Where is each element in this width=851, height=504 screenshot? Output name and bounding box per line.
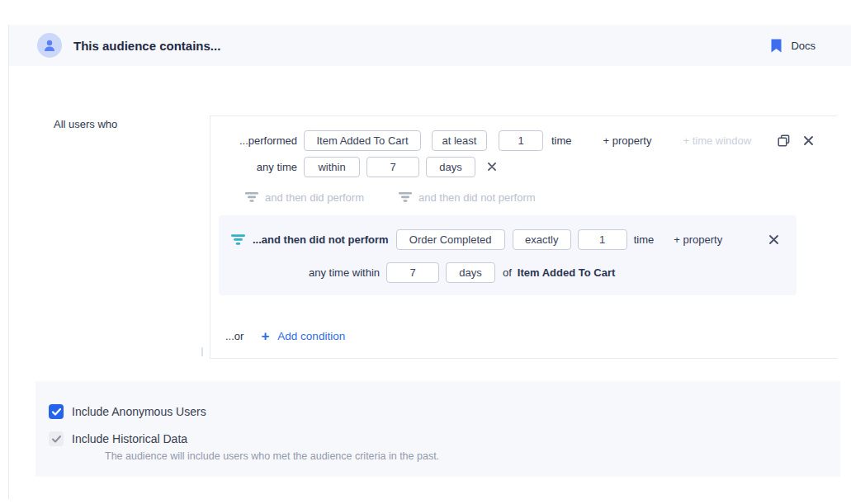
docs-link[interactable]: Docs — [771, 39, 816, 53]
window-value-input[interactable] — [366, 157, 419, 177]
anonymous-users-setting: Include Anonymous Users — [49, 404, 206, 419]
subcondition-window-unit-select[interactable]: days — [446, 262, 495, 283]
audience-avatar-icon — [37, 33, 62, 58]
subcondition-window-value-input[interactable] — [386, 262, 439, 283]
filter-icon — [399, 192, 412, 202]
or-label: ...or — [225, 330, 243, 342]
within-select[interactable]: within — [304, 157, 360, 177]
filter-icon-active — [231, 234, 245, 245]
check-icon — [52, 436, 61, 443]
anonymous-users-checkbox[interactable] — [49, 404, 64, 419]
plus-icon: + — [261, 329, 269, 343]
page-title: This audience contains... — [73, 39, 220, 53]
person-icon — [42, 38, 57, 53]
remove-condition-button[interactable] — [802, 134, 815, 147]
and-then-did-perform-option[interactable]: and then did perform — [245, 191, 364, 204]
duplicate-icon — [778, 134, 790, 147]
subcondition-label: ...and then did not perform — [253, 233, 389, 246]
anonymous-users-label: Include Anonymous Users — [72, 405, 206, 418]
time-suffix-label: time — [551, 134, 572, 147]
sequence-options-row: and then did perform and then did not pe… — [245, 186, 837, 208]
of-label: of — [503, 266, 512, 279]
condition-group-card: ...performed Item Added To Cart at least… — [210, 115, 837, 359]
of-event-label: Item Added To Cart — [518, 266, 615, 279]
remove-time-window-button[interactable] — [486, 161, 498, 172]
historical-data-setting: Include Historical Data — [49, 431, 187, 446]
panel-header: This audience contains... Docs — [9, 25, 851, 66]
check-icon — [52, 408, 61, 416]
close-icon — [769, 235, 778, 244]
duplicate-condition-button[interactable] — [776, 133, 792, 148]
all-users-who-label: All users who — [54, 118, 117, 130]
add-condition-row: ...or + Add condition — [210, 327, 345, 345]
subcondition-add-property-button[interactable]: + property — [674, 233, 722, 246]
historical-data-description: The audience will include users who met … — [105, 450, 439, 462]
remove-subcondition-button[interactable] — [768, 233, 780, 246]
any-time-within-label: any time within — [219, 266, 380, 279]
event-select[interactable]: Item Added To Cart — [304, 130, 421, 151]
connector-tick — [201, 347, 203, 356]
filter-icon — [245, 192, 258, 202]
add-condition-button[interactable]: Add condition — [277, 330, 345, 342]
subcondition-count-input[interactable] — [578, 229, 627, 250]
subcondition-window-row: any time within days of Item Added To Ca… — [219, 261, 797, 283]
any-time-label: any time — [210, 161, 297, 173]
window-unit-select[interactable]: days — [426, 157, 475, 177]
close-icon — [804, 136, 813, 145]
time-suffix-label: time — [634, 233, 655, 246]
performed-label: ...performed — [210, 134, 297, 147]
audience-builder-panel: This audience contains... Docs All users… — [8, 25, 851, 499]
docs-label: Docs — [791, 40, 816, 52]
bookmark-icon — [771, 39, 782, 53]
subcondition-card: ...and then did not perform Order Comple… — [219, 215, 797, 295]
and-then-did-not-perform-option[interactable]: and then did not perform — [399, 191, 536, 204]
historical-data-label: Include Historical Data — [72, 432, 187, 445]
time-window-row: any time within days — [210, 156, 837, 177]
performed-condition-row: ...performed Item Added To Cart at least… — [210, 130, 837, 151]
subcondition-operator-select[interactable]: exactly — [513, 229, 571, 250]
count-input[interactable] — [499, 130, 543, 151]
operator-select[interactable]: at least — [432, 130, 487, 151]
subcondition-row: ...and then did not perform Order Comple… — [219, 228, 797, 250]
close-icon — [488, 163, 496, 171]
add-property-button[interactable]: + property — [603, 134, 652, 147]
settings-panel: Include Anonymous Users Include Historic… — [35, 381, 840, 477]
subcondition-event-select[interactable]: Order Completed — [396, 229, 505, 250]
historical-data-checkbox[interactable] — [49, 431, 64, 446]
sequence-option-label: and then did not perform — [418, 191, 536, 204]
sequence-option-label: and then did perform — [265, 191, 364, 204]
add-time-window-button[interactable]: + time window — [683, 134, 751, 147]
